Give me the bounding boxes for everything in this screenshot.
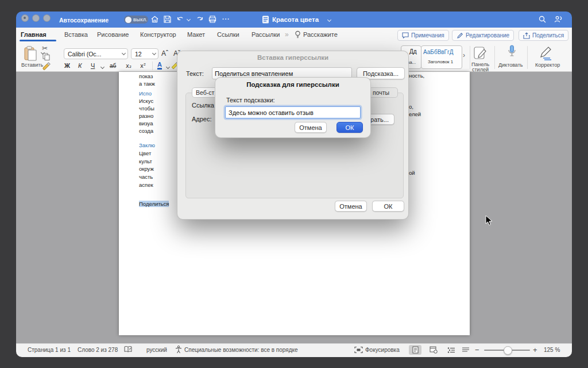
- bold-icon[interactable]: Ж: [64, 62, 70, 69]
- italic-icon[interactable]: К: [78, 62, 82, 69]
- ok-button[interactable]: ОК: [372, 201, 404, 212]
- paste-label[interactable]: Вставить: [21, 62, 43, 68]
- tab-draw[interactable]: Рисование: [97, 31, 129, 38]
- title-menu-chevron-icon[interactable]: [327, 18, 331, 22]
- tab-design[interactable]: Конструктор: [140, 31, 176, 38]
- share-icon: [523, 32, 530, 39]
- font-name-select[interactable]: Calibri (Ос...: [64, 48, 128, 59]
- redo-icon[interactable]: [195, 15, 204, 24]
- tab-home[interactable]: Главная: [21, 31, 47, 38]
- doc-text-fragment: о,: [409, 103, 413, 110]
- screentip-dialog: Подсказка для гиперссылки Текст подсказк…: [215, 77, 371, 138]
- proofing-icon[interactable]: [124, 346, 133, 353]
- page-count[interactable]: Страница 1 из 1: [28, 347, 71, 353]
- tab-references[interactable]: Ссылки: [217, 31, 239, 38]
- doc-text-fragment: аспек: [139, 182, 153, 188]
- hyperlink-text-value: Поделиться впечатлением: [215, 70, 293, 77]
- editor-label[interactable]: Корректор: [535, 62, 560, 68]
- zoom-in-button[interactable]: +: [533, 346, 537, 354]
- grow-font-icon[interactable]: Aˆ: [161, 49, 168, 57]
- close-button[interactable]: [21, 14, 29, 22]
- undo-icon[interactable]: [176, 15, 185, 24]
- undo-menu-chevron-icon[interactable]: [187, 17, 191, 21]
- share-button[interactable]: Поделиться: [519, 30, 568, 41]
- link-label: Ссылка: [192, 102, 214, 109]
- language[interactable]: русский: [146, 347, 167, 353]
- minimize-button[interactable]: [32, 14, 40, 22]
- accessibility-status[interactable]: Специальные возможности: все в порядке: [184, 347, 298, 353]
- font-size-select[interactable]: 12: [131, 48, 158, 59]
- focus-mode[interactable]: Фокусировка: [365, 347, 400, 353]
- doc-text-fragment: ность,: [409, 72, 424, 79]
- doc-text-fragment: елей: [409, 111, 421, 117]
- cut-icon[interactable]: ✂: [42, 44, 48, 52]
- divider: [152, 62, 153, 70]
- screentip-ok-button[interactable]: ОК: [336, 122, 363, 133]
- strikethrough-icon[interactable]: аб: [110, 63, 116, 69]
- dictate-microphone-icon[interactable]: [507, 44, 517, 60]
- font-name-value: Calibri (Ос...: [68, 51, 101, 57]
- divider: [470, 46, 470, 69]
- zoom-out-button[interactable]: −: [475, 346, 479, 354]
- mouse-cursor: [485, 215, 493, 226]
- editing-button[interactable]: Редактирование: [452, 30, 514, 41]
- divider: [494, 46, 495, 69]
- copy-icon[interactable]: [42, 53, 50, 60]
- draft-view-button[interactable]: [459, 345, 472, 355]
- zoom-slider-thumb[interactable]: [504, 346, 512, 355]
- doc-text-fragment: а такж: [139, 80, 155, 87]
- active-tab-underline: [20, 40, 56, 41]
- doc-selected-text: Поделиться: [139, 201, 169, 207]
- outline-view-button[interactable]: [445, 345, 458, 355]
- style-pane-icon[interactable]: [473, 46, 488, 61]
- accessibility-icon: [175, 345, 183, 354]
- divider: [527, 46, 528, 69]
- font-color-icon[interactable]: А: [157, 62, 162, 70]
- font-size-value: 12: [135, 51, 142, 57]
- dictate-label[interactable]: Диктовать: [498, 62, 523, 68]
- doc-text-fragment: показ: [139, 73, 153, 79]
- tab-insert[interactable]: Вставка: [64, 31, 88, 38]
- screentip-text-value: Здесь можно оставить отзыв: [229, 109, 314, 116]
- search-icon[interactable]: [538, 15, 547, 24]
- save-icon[interactable]: [163, 15, 172, 24]
- tab-mailings[interactable]: Рассылки: [252, 31, 280, 38]
- print-icon[interactable]: [208, 15, 217, 24]
- zoom-window-button[interactable]: [43, 14, 51, 22]
- cancel-label: Отмена: [339, 203, 362, 210]
- superscript-icon[interactable]: х²: [140, 63, 146, 69]
- more-commands-icon[interactable]: ···: [222, 16, 230, 22]
- style-name: Заголовок 1: [428, 59, 453, 64]
- print-layout-view-button[interactable]: [409, 345, 421, 355]
- tell-me[interactable]: Расскажите: [303, 31, 338, 38]
- styles-gallery-chevron-icon[interactable]: ›: [463, 51, 465, 59]
- home-icon[interactable]: [150, 15, 159, 24]
- word-count[interactable]: Слово 2 из 278: [78, 347, 118, 353]
- doc-text-fragment: часть: [139, 174, 153, 180]
- screentip-button-label: Подсказка...: [363, 70, 399, 77]
- lightbulb-icon: [295, 30, 301, 39]
- document-title[interactable]: Красота цвета: [272, 16, 319, 23]
- editor-pen-icon[interactable]: [539, 45, 554, 60]
- screentip-cancel-button[interactable]: Отмена: [295, 122, 327, 133]
- share-label: Поделиться: [532, 32, 564, 39]
- comments-button[interactable]: Примечания: [397, 30, 449, 41]
- format-painter-icon[interactable]: [42, 62, 51, 71]
- tab-overflow-icon[interactable]: »: [285, 30, 289, 39]
- cancel-button[interactable]: Отмена: [335, 201, 367, 212]
- doc-text-fragment: культ: [139, 158, 152, 164]
- paste-icon[interactable]: [23, 45, 39, 62]
- doc-text-fragment: созда: [139, 128, 153, 134]
- web-layout-view-button[interactable]: [427, 345, 440, 355]
- zoom-level[interactable]: 125 %: [544, 347, 560, 353]
- tab-layout[interactable]: Макет: [187, 31, 205, 38]
- autosave-toggle[interactable]: ВЫКЛ.: [124, 16, 148, 24]
- tab-email-label: почты: [373, 89, 389, 96]
- screentip-text-input[interactable]: Здесь можно оставить отзыв: [225, 106, 361, 118]
- comment-icon: [402, 32, 409, 39]
- text-label: Текст:: [186, 70, 204, 77]
- share-contact-icon[interactable]: [554, 15, 563, 24]
- subscript-icon[interactable]: х₂: [126, 63, 131, 69]
- autosave-label: Автосохранение: [59, 17, 109, 24]
- underline-icon[interactable]: Ч: [91, 62, 95, 69]
